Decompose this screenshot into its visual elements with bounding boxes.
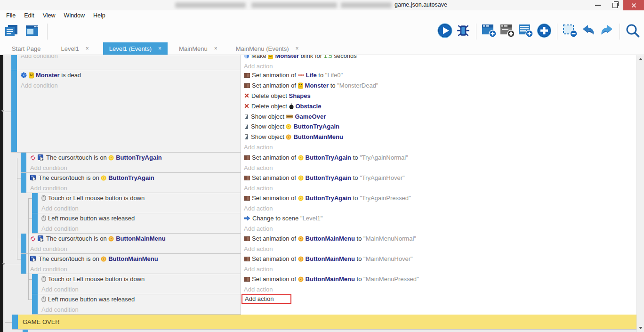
title-bar[interactable]: game.json.autosave (0, 0, 644, 11)
add-action-button[interactable]: Add action (244, 244, 636, 254)
action-item[interactable]: Delete object Shapes (244, 91, 636, 101)
add-event-button[interactable] (482, 24, 497, 40)
action-item[interactable]: Set animation of ButtonTryAgain to "TryA… (244, 193, 636, 203)
add-action-button[interactable]: Add action (244, 284, 636, 295)
add-subevent-button[interactable] (500, 24, 515, 40)
event-selection-bar[interactable] (32, 294, 38, 314)
action-item[interactable]: Set animation of ButtonMainMenu to "Main… (244, 254, 636, 264)
add-action-button[interactable]: Add action (244, 163, 636, 173)
object-name: ButtonMainMenu (306, 235, 355, 242)
action-item[interactable]: Set animation of ButtonMainMenu to "Main… (244, 274, 636, 284)
condition-item[interactable]: The cursor/touch is on ButtonTryAgain (30, 173, 237, 183)
event-selection-bar[interactable] (12, 315, 18, 329)
actions-cell: Set animation of ButtonMainMenu to "Main… (241, 254, 636, 274)
redo-button[interactable] (599, 24, 614, 40)
action-item[interactable]: Set animation of ButtonTryAgain to "TryA… (244, 153, 636, 163)
add-comment-button[interactable] (518, 24, 533, 40)
add-condition-button[interactable]: Add condition (41, 305, 237, 315)
condition-item[interactable]: The cursor/touch is on ButtonTryAgain (30, 153, 237, 163)
delete-selection-button[interactable] (563, 24, 578, 40)
action-item[interactable]: Show object ButtonMainMenu (244, 132, 636, 142)
menu-item-edit[interactable]: Edit (20, 10, 39, 21)
action-item[interactable]: Show object ButtonTryAgain (244, 121, 636, 132)
highlighted-add-action[interactable]: Add action (242, 294, 291, 304)
add-action-button[interactable]: Add action (244, 224, 636, 234)
collapse-toggle-icon[interactable] (2, 263, 6, 265)
project-manager-button[interactable] (4, 24, 19, 40)
add-condition-button[interactable]: Add condition (30, 163, 237, 173)
action-item[interactable]: Set animation of ButtonTryAgain to "TryA… (244, 173, 636, 183)
action-item[interactable]: Set animation of ButtonMainMenu to "Main… (244, 234, 636, 244)
vertical-scrollbar[interactable] (636, 55, 644, 332)
add-condition-button[interactable]: Add condition (41, 284, 237, 294)
add-action-button[interactable]: Add action (244, 61, 636, 71)
close-button[interactable] (623, 0, 644, 10)
event-selection-bar[interactable] (21, 173, 26, 193)
action-item[interactable]: Change to scene "Level1" (244, 213, 636, 224)
menu-item-window[interactable]: Window (60, 10, 89, 21)
menu-item-file[interactable]: File (2, 10, 20, 21)
add-condition-button[interactable]: Add condition (21, 55, 237, 61)
action-item[interactable]: Set animation of Monster to "MonsterDead… (244, 81, 636, 91)
condition-item[interactable]: The cursor/touch is on ButtonMainMenu (30, 234, 237, 244)
scroll-down-arrow[interactable] (639, 327, 643, 329)
undo-button[interactable] (581, 24, 596, 40)
add-condition-button[interactable]: Add condition (41, 203, 237, 213)
tab-level1[interactable]: Level1× (55, 42, 95, 55)
minimize-button[interactable] (589, 0, 606, 10)
event-selection-bar[interactable] (21, 153, 26, 172)
add-action-button[interactable]: Add action (244, 203, 636, 214)
condition-item[interactable]: Left mouse button was released (41, 213, 237, 224)
tab-mainmenu[interactable]: MainMenu× (173, 42, 224, 55)
restore-button[interactable] (606, 0, 623, 10)
add-condition-button[interactable]: Add condition (30, 244, 237, 254)
add-new-button[interactable] (537, 24, 552, 40)
add-condition-button[interactable]: Add condition (30, 183, 237, 193)
add-action-button[interactable]: Add action (244, 294, 636, 305)
string-value: "TryAgainPressed" (360, 194, 411, 202)
scene-editor-button[interactable] (24, 24, 40, 40)
condition-item[interactable]: Monster is dead (21, 70, 237, 81)
add-action-button[interactable]: Add action (244, 183, 636, 194)
event-selection-bar[interactable] (32, 274, 38, 294)
tab-close-icon[interactable]: × (158, 45, 161, 52)
search-button[interactable] (625, 24, 640, 40)
menu-item-view[interactable]: View (39, 10, 60, 21)
tab-mainmenu-events-[interactable]: MainMenu (Events)× (230, 42, 305, 55)
condition-item[interactable]: Touch or Left mouse button is down (41, 274, 237, 284)
tab-close-icon[interactable]: × (296, 45, 299, 52)
event-selection-bar[interactable] (11, 70, 17, 152)
collapse-toggle-icon[interactable] (1, 110, 5, 112)
add-condition-button[interactable]: Add condition (21, 81, 237, 91)
debug-button[interactable] (456, 24, 471, 40)
event-selection-bar[interactable] (32, 193, 38, 213)
condition-item[interactable]: Touch or Left mouse button is down (41, 193, 237, 203)
monster-icon (298, 82, 303, 89)
event-selection-bar[interactable] (21, 254, 26, 274)
condition-item[interactable]: Left mouse button was released (41, 294, 237, 305)
tab-start-page[interactable]: Start Page (6, 42, 47, 55)
condition-item[interactable]: The cursor/touch is on ButtonMainMenu (30, 254, 237, 264)
tab-close-icon[interactable]: × (214, 45, 217, 52)
play-button[interactable] (437, 24, 452, 40)
event-selection-bar[interactable] (21, 234, 26, 253)
tab-close-icon[interactable]: × (86, 45, 89, 52)
comment-text-cell[interactable]: GAME OVER (18, 315, 636, 329)
conditions-cell: Add condition (17, 55, 237, 70)
delete-icon (244, 103, 250, 109)
event-selection-bar[interactable] (32, 213, 38, 233)
add-action-button[interactable]: Add action (244, 264, 636, 275)
add-action-button[interactable]: Add action (244, 142, 636, 153)
event-row: Left mouse button was releasedAdd condit… (32, 294, 636, 315)
menu-item-help[interactable]: Help (89, 10, 110, 21)
action-item[interactable]: Delete object Obstacle (244, 101, 636, 111)
action-item[interactable]: Make Monster blink for 1.5 seconds (244, 55, 636, 61)
tab-level1-events-[interactable]: Level1 (Events)× (103, 42, 168, 55)
add-condition-button[interactable]: Add condition (41, 224, 237, 234)
scroll-up-arrow[interactable] (639, 58, 643, 60)
add-condition-button[interactable]: Add condition (30, 264, 237, 274)
action-item[interactable]: Set animation of Life to "Life0" (244, 70, 636, 81)
event-selection-bar[interactable] (11, 55, 17, 70)
action-item[interactable]: Show object GameOver (244, 111, 636, 121)
text: Set animation of (252, 275, 298, 283)
